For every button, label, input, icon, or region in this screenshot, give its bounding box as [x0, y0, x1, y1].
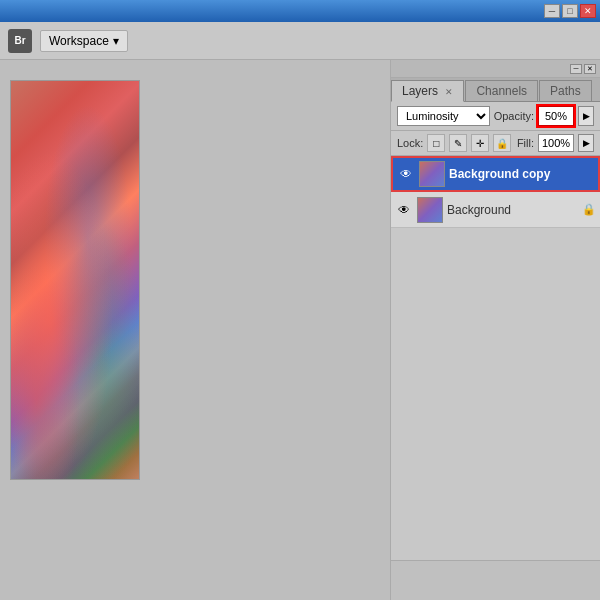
fill-label: Fill:	[517, 137, 534, 149]
opacity-input[interactable]	[538, 106, 574, 126]
lock-transparent-button[interactable]: □	[427, 134, 445, 152]
layers-list: 👁 Background copy 👁 Background 🔒	[391, 156, 600, 560]
panel-bottom	[391, 560, 600, 600]
title-bar-controls: ─ □ ✕	[544, 4, 596, 18]
panel-close-button[interactable]: ✕	[584, 64, 596, 74]
layer-visibility-icon-background-copy[interactable]: 👁	[397, 165, 415, 183]
lock-fill-row: Lock: □ ✎ ✛ 🔒 Fill: ▶	[391, 131, 600, 156]
tab-layers-close[interactable]: ✕	[445, 87, 453, 97]
layer-thumb-image-background-copy	[420, 162, 444, 186]
panel-title-bar: ─ ✕	[391, 60, 600, 78]
opacity-arrow-button[interactable]: ▶	[578, 106, 594, 126]
toolbar: Br Workspace ▾	[0, 22, 600, 60]
layer-thumb-background-copy	[419, 161, 445, 187]
panel-minimize-button[interactable]: ─	[570, 64, 582, 74]
maximize-button[interactable]: □	[562, 4, 578, 18]
tab-channels[interactable]: Channels	[465, 80, 538, 101]
right-panel: ─ ✕ Layers ✕ Channels Paths Luminosity O…	[390, 60, 600, 600]
blend-mode-select[interactable]: Luminosity	[397, 106, 490, 126]
layer-visibility-icon-background[interactable]: 👁	[395, 201, 413, 219]
lock-label: Lock:	[397, 137, 423, 149]
layer-item-background[interactable]: 👁 Background 🔒	[391, 192, 600, 228]
layer-lock-icon-background: 🔒	[582, 203, 596, 216]
fill-input[interactable]	[538, 134, 574, 152]
close-button[interactable]: ✕	[580, 4, 596, 18]
bridge-icon[interactable]: Br	[8, 29, 32, 53]
layer-name-background: Background	[447, 203, 578, 217]
lock-image-button[interactable]: ✎	[449, 134, 467, 152]
blend-mode-row: Luminosity Opacity: ▶	[391, 102, 600, 131]
layer-item-background-copy[interactable]: 👁 Background copy	[391, 156, 600, 192]
minimize-button[interactable]: ─	[544, 4, 560, 18]
fill-arrow-button[interactable]: ▶	[578, 134, 594, 152]
title-bar: ─ □ ✕	[0, 0, 600, 22]
main-area: ─ ✕ Layers ✕ Channels Paths Luminosity O…	[0, 60, 600, 600]
canvas-document	[10, 80, 140, 480]
lock-all-button[interactable]: 🔒	[493, 134, 511, 152]
lock-position-button[interactable]: ✛	[471, 134, 489, 152]
layer-thumb-image-background	[418, 198, 442, 222]
workspace-button[interactable]: Workspace ▾	[40, 30, 128, 52]
tab-paths[interactable]: Paths	[539, 80, 592, 101]
panel-tabs: Layers ✕ Channels Paths	[391, 78, 600, 102]
tab-layers[interactable]: Layers ✕	[391, 80, 464, 102]
workspace-arrow-icon: ▾	[113, 34, 119, 48]
canvas-image-overlay	[11, 81, 139, 479]
layer-thumb-background	[417, 197, 443, 223]
opacity-label: Opacity:	[494, 110, 534, 122]
layer-name-background-copy: Background copy	[449, 167, 594, 181]
workspace-label: Workspace	[49, 34, 109, 48]
canvas-area	[0, 60, 390, 600]
